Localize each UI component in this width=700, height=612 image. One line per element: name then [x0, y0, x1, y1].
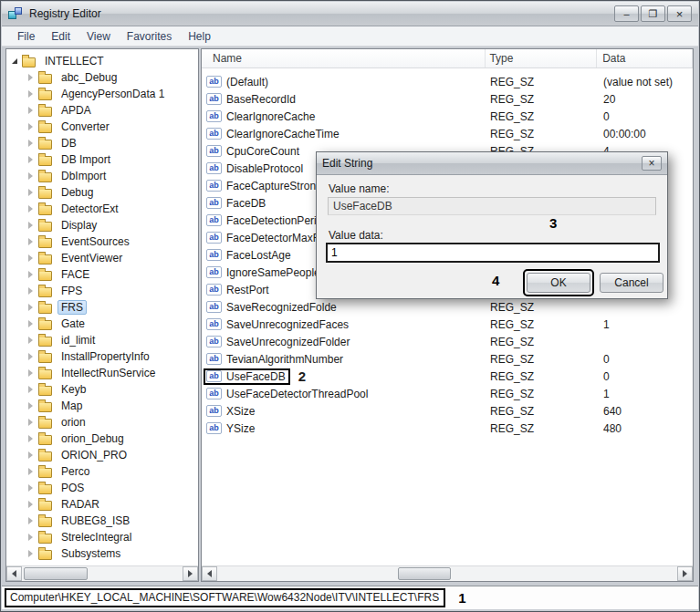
close-button[interactable]: ×	[667, 5, 692, 22]
title-bar[interactable]: Registry Editor – ❐ ×	[2, 2, 698, 26]
value-data-input[interactable]	[326, 243, 660, 263]
collapsed-arrow-icon[interactable]	[28, 468, 33, 475]
value-name-box[interactable]: ab ClearIgnoreCacheTime	[204, 126, 344, 142]
collapsed-arrow-icon[interactable]	[28, 484, 33, 492]
collapsed-arrow-icon[interactable]	[28, 140, 33, 147]
tree-item[interactable]: Perco	[28, 463, 198, 480]
tree-item-intellect[interactable]: INTELLECT	[12, 53, 198, 69]
tree-item[interactable]: DB Import	[28, 151, 198, 168]
maximize-button[interactable]: ❐	[641, 5, 665, 22]
value-row[interactable]: ab UseFaceDB 2 REG_SZ 0	[202, 368, 693, 385]
value-row[interactable]: ab TevianAlgorithmNumber REG_SZ 0	[202, 350, 693, 368]
dialog-close-button[interactable]: ×	[642, 156, 662, 171]
tree-item[interactable]: APDA	[28, 102, 198, 119]
collapsed-arrow-icon[interactable]	[28, 419, 33, 426]
collapsed-arrow-icon[interactable]	[28, 501, 33, 508]
collapsed-arrow-icon[interactable]	[28, 451, 33, 459]
collapsed-arrow-icon[interactable]	[28, 402, 33, 410]
collapsed-arrow-icon[interactable]	[28, 90, 33, 98]
collapsed-arrow-icon[interactable]	[28, 271, 33, 278]
dialog-title-bar[interactable]: Edit String ×	[317, 152, 667, 175]
tree-item[interactable]: POS	[28, 480, 198, 496]
value-row[interactable]: ab ClearIgnoreCacheTime REG_SZ 00:00:00	[202, 125, 693, 142]
collapsed-arrow-icon[interactable]	[28, 534, 33, 541]
tree-item[interactable]: RADAR	[28, 496, 198, 513]
value-name-box[interactable]: ab YSize	[204, 420, 259, 437]
value-row[interactable]: ab XSize REG_SZ 640	[202, 402, 693, 420]
scroll-left-button[interactable]	[6, 566, 22, 581]
value-row[interactable]: ab ClearIgnoreCache REG_SZ 0	[202, 108, 693, 125]
value-name-box[interactable]: ab SaveUnrecognizedFolder	[204, 334, 354, 350]
collapsed-arrow-icon[interactable]	[28, 205, 33, 213]
expanded-arrow-icon[interactable]	[12, 58, 17, 64]
collapsed-arrow-icon[interactable]	[28, 254, 33, 262]
tree-item[interactable]: id_limit	[28, 332, 198, 348]
minimize-button[interactable]: –	[614, 5, 639, 22]
scrollbar-thumb[interactable]	[24, 567, 88, 580]
value-name-box[interactable]: ab FaceDetectionPerioc	[204, 213, 332, 229]
value-name-box[interactable]: ab CpuCoreCount	[204, 143, 304, 160]
value-name-box[interactable]: ab (Default)	[204, 74, 273, 90]
scroll-right-button[interactable]	[677, 566, 693, 581]
collapsed-arrow-icon[interactable]	[28, 353, 33, 360]
value-name-box[interactable]: ab SaveRecognizedFolde	[204, 299, 341, 316]
value-name-box[interactable]: ab FaceDetectorMaxFra	[204, 230, 334, 246]
collapsed-arrow-icon[interactable]	[28, 287, 33, 295]
tree-item[interactable]: IntellectRunService	[28, 365, 198, 381]
tree-item[interactable]: StrelecIntegral	[28, 529, 198, 545]
collapsed-arrow-icon[interactable]	[28, 123, 33, 130]
tree-item[interactable]: Display	[28, 217, 198, 233]
list-horizontal-scrollbar[interactable]	[202, 565, 693, 581]
collapsed-arrow-icon[interactable]	[28, 369, 33, 377]
tree-item[interactable]: Debug	[28, 184, 198, 201]
value-name-box[interactable]: ab UseFaceDB	[204, 368, 290, 385]
tree-item[interactable]: abc_Debug	[28, 69, 198, 86]
tree-item[interactable]: Subsystems	[28, 545, 198, 562]
collapsed-arrow-icon[interactable]	[28, 172, 33, 180]
column-header-name[interactable]: Name	[202, 49, 486, 67]
menu-item[interactable]: View	[78, 28, 119, 45]
value-row[interactable]: ab SaveUnrecognizedFaces REG_SZ 1	[202, 316, 693, 333]
value-name-box[interactable]: ab XSize	[204, 403, 259, 420]
tree-item[interactable]: DbImport	[28, 168, 198, 184]
value-name-box[interactable]: ab RestPort	[204, 282, 274, 298]
tree-item[interactable]: FPS	[28, 283, 198, 299]
value-name-box[interactable]: ab FaceDB	[204, 195, 270, 212]
collapsed-arrow-icon[interactable]	[28, 222, 33, 229]
collapsed-arrow-icon[interactable]	[28, 517, 33, 524]
collapsed-arrow-icon[interactable]	[28, 189, 33, 196]
tree-item[interactable]: InstallPropertyInfo	[28, 348, 198, 365]
collapsed-arrow-icon[interactable]	[28, 320, 33, 327]
collapsed-arrow-icon[interactable]	[28, 156, 33, 163]
scroll-left-button[interactable]	[202, 566, 217, 581]
tree-item[interactable]: AgencyPersonData 1	[28, 86, 198, 102]
value-name-box[interactable]: ab TevianAlgorithmNumber	[204, 351, 348, 368]
column-header-data[interactable]: Data	[597, 49, 693, 67]
value-name-box[interactable]: ab FaceCaptureStrongC	[204, 178, 334, 194]
value-row[interactable]: ab (Default) REG_SZ (value not set)	[202, 73, 693, 90]
value-row[interactable]: ab YSize REG_SZ 480	[202, 420, 693, 437]
collapsed-arrow-icon[interactable]	[28, 550, 33, 557]
collapsed-arrow-icon[interactable]	[28, 337, 33, 344]
value-name-box[interactable]: ab FaceLostAge	[204, 247, 296, 264]
scroll-right-button[interactable]	[183, 566, 198, 581]
value-name-box[interactable]: ab ClearIgnoreCache	[204, 109, 319, 125]
collapsed-arrow-icon[interactable]	[28, 74, 33, 81]
tree-item[interactable]: DetectorExt	[28, 201, 198, 217]
value-name-box[interactable]: ab DisableProtocol	[204, 161, 308, 177]
collapsed-arrow-icon[interactable]	[28, 107, 33, 114]
tree-item[interactable]: Gate	[28, 316, 198, 332]
collapsed-arrow-icon[interactable]	[28, 304, 33, 311]
tree-item[interactable]: Converter	[28, 119, 198, 135]
tree-item[interactable]: FRS	[28, 299, 198, 316]
tree-item[interactable]: RUBEG8_ISB	[28, 513, 198, 529]
tree-item[interactable]: EventSources	[28, 233, 198, 250]
ok-button[interactable]: OK	[527, 273, 590, 293]
tree-item[interactable]: DB	[28, 135, 198, 151]
value-row[interactable]: ab UseFaceDetectorThreadPool REG_SZ 1	[202, 385, 693, 402]
tree-item[interactable]: orion_Debug	[28, 430, 198, 447]
tree-item[interactable]: Map	[28, 398, 198, 414]
cancel-button[interactable]: Cancel	[600, 273, 663, 293]
scrollbar-thumb[interactable]	[398, 567, 451, 580]
tree-item[interactable]: EventViewer	[28, 250, 198, 266]
